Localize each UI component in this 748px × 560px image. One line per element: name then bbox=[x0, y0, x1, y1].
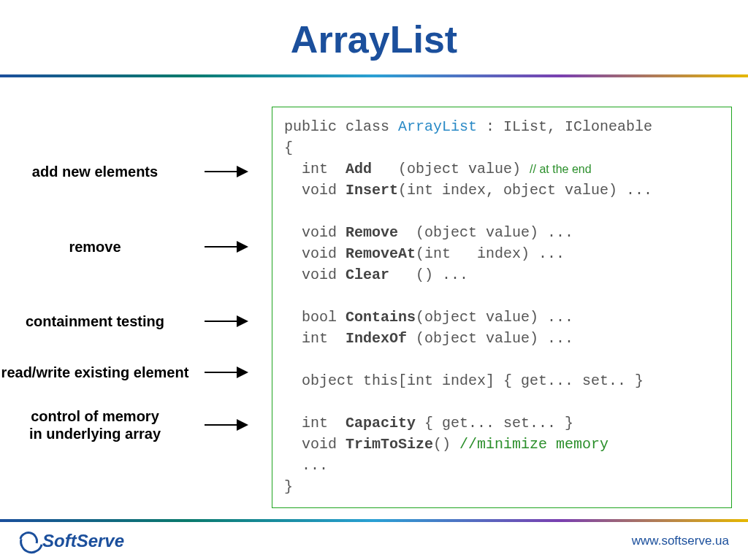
brand-name: SoftServe bbox=[42, 531, 124, 551]
code-typename: ArrayList bbox=[398, 118, 477, 135]
label-text: remove bbox=[0, 238, 190, 256]
code-text: () ... bbox=[389, 266, 468, 283]
code-method: Remove bbox=[346, 224, 398, 241]
code-method: RemoveAt bbox=[346, 245, 416, 262]
logo-icon bbox=[15, 528, 42, 554]
code-text: { bbox=[284, 139, 293, 156]
label-text: containment testing bbox=[0, 312, 190, 330]
code-text: (object value) ... bbox=[416, 309, 573, 326]
label-text: read/write existing element bbox=[0, 364, 190, 381]
code-text: (int index, object value) ... bbox=[398, 182, 652, 199]
code-text: void bbox=[284, 224, 346, 241]
code-text: { get... set... } bbox=[416, 415, 573, 431]
footer-bar: SoftServe www.softserve.ua bbox=[0, 522, 748, 560]
code-comment: // at the end bbox=[530, 163, 592, 175]
code-text: int bbox=[284, 415, 346, 431]
code-text: (object value) ... bbox=[398, 224, 573, 241]
page-title: ArrayList bbox=[0, 0, 748, 74]
code-method: Contains bbox=[346, 309, 416, 326]
code-text: int bbox=[284, 330, 346, 347]
code-method: Clear bbox=[346, 266, 389, 283]
brand-logo: SoftServe bbox=[19, 531, 124, 551]
code-text: void bbox=[284, 182, 346, 199]
label-text: control of memory in underlying array bbox=[0, 407, 190, 442]
code-text: void bbox=[284, 266, 346, 283]
label-line: in underlying array bbox=[29, 426, 161, 442]
label-containment: containment testing bbox=[0, 312, 248, 330]
label-line: control of memory bbox=[31, 408, 159, 424]
code-method: Add bbox=[346, 161, 372, 177]
label-add: add new elements bbox=[0, 163, 248, 180]
code-text: void bbox=[284, 245, 346, 262]
footer-url: www.softserve.ua bbox=[632, 534, 729, 548]
arrow-icon bbox=[205, 166, 248, 177]
arrow-icon bbox=[205, 367, 248, 378]
content-area: add new elements remove containment test… bbox=[0, 77, 748, 486]
arrow-icon bbox=[205, 419, 248, 431]
code-text: (object value) bbox=[372, 161, 530, 177]
label-memory: control of memory in underlying array bbox=[0, 407, 248, 442]
arrow-icon bbox=[205, 241, 248, 253]
label-readwrite: read/write existing element bbox=[0, 364, 248, 381]
label-text: add new elements bbox=[0, 163, 190, 180]
code-box: public class ArrayList : IList, ICloneab… bbox=[272, 107, 732, 508]
code-method: Insert bbox=[346, 182, 398, 199]
code-text: ... bbox=[284, 457, 328, 474]
code-text: void bbox=[284, 436, 346, 453]
label-remove: remove bbox=[0, 238, 248, 256]
code-text: public class bbox=[284, 118, 398, 135]
code-text: () bbox=[433, 436, 459, 453]
code-method: TrimToSize bbox=[346, 436, 433, 453]
code-text: (object value) ... bbox=[407, 330, 573, 347]
code-text: : IList, ICloneable bbox=[477, 118, 652, 135]
code-text: (int index) ... bbox=[416, 245, 565, 262]
code-comment: //minimize memory bbox=[459, 436, 608, 453]
code-method: Capacity bbox=[346, 415, 416, 431]
code-text: object this[int index] { get... set.. } bbox=[284, 372, 644, 389]
code-text: } bbox=[284, 478, 293, 495]
code-text: bool bbox=[284, 309, 346, 326]
footer: SoftServe www.softserve.ua bbox=[0, 519, 748, 560]
arrow-icon bbox=[205, 315, 248, 327]
code-text: int bbox=[284, 161, 346, 177]
code-method: IndexOf bbox=[346, 330, 407, 347]
